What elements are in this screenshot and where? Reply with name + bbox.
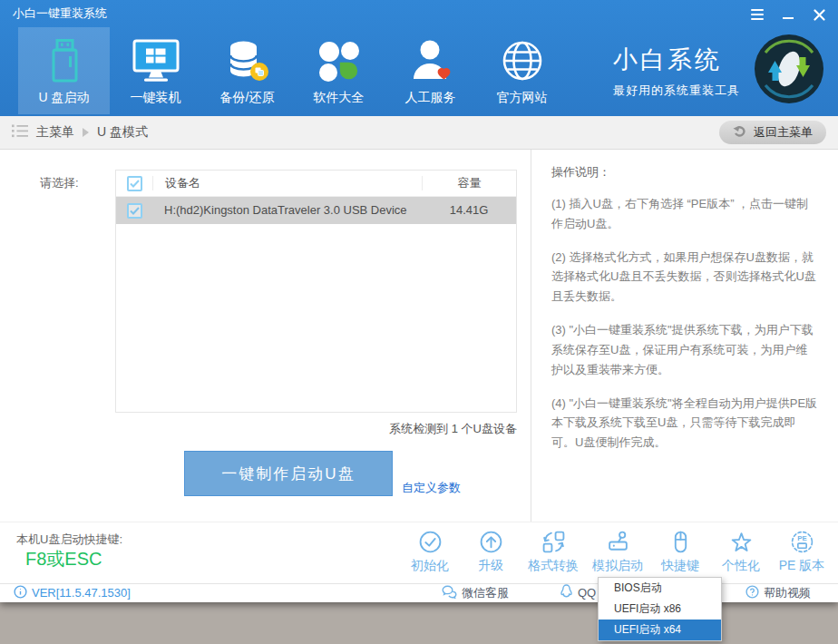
format-convert-icon [541,530,566,554]
star-icon [729,530,754,554]
boot-mode-popup: BIOS启动 UEFI启动 x86 UEFI启动 x64 [598,577,722,641]
brand: 小白系统 最好用的系统重装工具 [613,27,838,114]
tool-personalize[interactable]: 个性化 [717,530,765,574]
nav-label: U 盘启动 [39,90,90,106]
instruction-step: (3) "小白一键重装系统"提供系统下载，为用户下载系统保存至U盘，保证用户有系… [551,320,818,379]
tool-pe-version[interactable]: PE PE 版本 [778,530,825,574]
custom-params-link[interactable]: 自定义参数 [402,480,461,496]
check-circle-icon [418,530,443,554]
instruction-step: (1) 插入U盘，右下角选择 “PE版本” ，点击一键制作启动U盘。 [551,194,818,234]
breadcrumb-arrow-icon [83,128,89,137]
breadcrumb-current: U 盘模式 [97,124,148,141]
window-controls [749,8,827,21]
tool-initialize[interactable]: 初始化 [406,530,453,574]
instructions-title: 操作说明： [551,164,818,181]
nav-item-official-site[interactable]: 官方网站 [476,27,568,114]
popup-item-uefi-x86[interactable]: UEFI启动 x86 [599,599,721,620]
nav-item-usb-boot[interactable]: U 盘启动 [18,27,110,114]
toolbar: 初始化 升级 格式转换 [406,530,825,574]
svg-text:PE: PE [797,534,806,542]
breadcrumb: 主菜单 U 盘模式 返回主菜单 [0,116,838,150]
tool-upgrade[interactable]: 升级 [467,530,514,574]
select-all-checkbox[interactable] [127,176,142,191]
nav-item-one-key-install[interactable]: 一键装机 [110,27,201,114]
tool-format-convert[interactable]: 格式转换 [528,530,579,574]
qq-icon [560,584,573,601]
column-capacity: 容量 [422,176,516,190]
instruction-step: (2) 选择格式化方式，如果用户想保存U盘数据，就选择格式化U盘且不丢失数据，否… [551,248,818,307]
table-row[interactable]: H:(hd2)Kingston DataTraveler 3.0 USB Dev… [116,197,516,224]
pe-version-icon: PE [790,530,814,554]
version-info: VER[11.5.47.1530] [14,584,131,601]
tool-simulate-boot[interactable]: 模拟启动 [592,530,643,574]
nav-label: 软件大全 [314,90,365,106]
usb-drive-icon [44,36,84,83]
select-label: 请选择: [40,175,79,191]
menu-icon[interactable] [749,8,765,21]
nav-label: 备份/还原 [220,90,275,106]
monitor-icon [132,36,180,83]
support-person-icon [408,36,453,83]
tool-hotkeys[interactable]: 快捷键 [657,530,704,574]
brand-slogan: 最好用的系统重装工具 [613,83,740,99]
arrow-up-circle-icon [479,530,503,554]
tool-label: 初始化 [411,558,449,574]
close-icon[interactable] [811,8,827,21]
nav-item-software-center[interactable]: 软件大全 [293,27,385,114]
device-name-cell: H:(hd2)Kingston DataTraveler 3.0 USB Dev… [152,203,422,218]
app-header: 小白一键重装系统 U 盘启动 [0,0,838,116]
tool-label: 模拟启动 [592,558,643,574]
mouse-icon [668,530,693,554]
nav-label: 一键装机 [131,90,181,106]
back-arrow-icon [733,125,747,140]
help-label: 帮助视频 [764,585,811,601]
make-boot-usb-button[interactable]: 一键制作启动U盘 [184,451,393,496]
capacity-cell: 14.41G [422,203,516,218]
tool-label: 升级 [478,558,503,574]
app-title: 小白一键重装系统 [13,5,107,22]
wechat-icon [442,585,457,601]
popup-item-uefi-x64[interactable]: UEFI启动 x64 [599,620,721,640]
wechat-label: 微信客服 [462,585,509,601]
tool-label: 快捷键 [661,558,699,574]
database-backup-icon [225,36,270,83]
column-device-name: 设备名 [152,176,422,190]
help-videos[interactable]: 帮助视频 [745,584,811,601]
nav-label: 人工服务 [405,90,456,106]
clover-apps-icon [317,36,361,83]
content: 请选择: 设备名 容量 [0,150,838,522]
question-icon [745,585,759,601]
info-icon [14,585,27,601]
tool-label: 格式转换 [528,558,579,574]
app-window: 小白一键重装系统 U 盘启动 [0,0,838,602]
device-table: 设备名 容量 H:(hd2)Kingston DataTraveler 3.0 … [115,170,517,413]
wechat-support[interactable]: 微信客服 [442,584,509,601]
brand-name: 小白系统 [613,44,740,76]
hotkey-value: F8或ESC [25,547,102,571]
detect-status-text: 系统检测到 1 个U盘设备 [115,421,517,437]
nav-item-human-service[interactable]: 人工服务 [385,27,476,114]
list-icon [12,124,28,141]
nav-label: 官方网站 [497,90,548,106]
nav-item-backup-restore[interactable]: 备份/还原 [201,27,293,114]
back-button-label: 返回主菜单 [754,124,813,141]
titlebar: 小白一键重装系统 [0,0,838,27]
popup-item-bios[interactable]: BIOS启动 [599,578,721,599]
device-pane: 请选择: 设备名 容量 [0,150,531,522]
tool-label: PE 版本 [779,558,825,574]
hotkey-label: 本机U盘启动快捷键: [16,532,122,548]
tool-label: 个性化 [722,558,760,574]
qq-support[interactable]: QQ [560,584,596,601]
back-to-main-menu-button[interactable]: 返回主菜单 [719,121,826,144]
table-header: 设备名 容量 [116,171,516,197]
joystick-icon [606,530,630,554]
minimize-icon[interactable] [780,8,796,21]
globe-icon [500,36,545,83]
instruction-step: (4) "小白一键重装系统"将全程自动为用户提供PE版本下载及系统下载至U盘，只… [551,394,818,453]
row-checkbox[interactable] [127,203,142,219]
main-nav: U 盘启动 一键装机 [18,27,838,114]
qq-label: QQ [578,586,596,600]
breadcrumb-root[interactable]: 主菜单 [36,124,74,141]
version-text: VER[11.5.47.1530] [32,586,131,600]
brand-logo-icon [753,33,825,109]
